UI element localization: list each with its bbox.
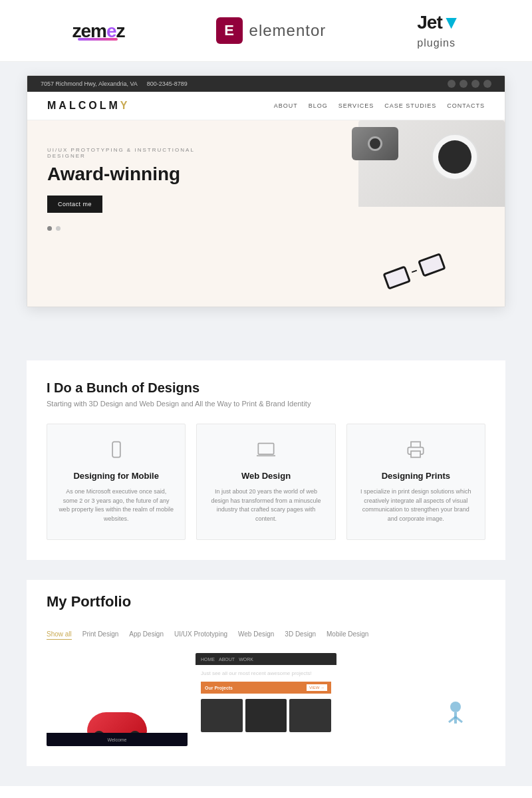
portfolio-inner: My Portfolio Show all Print Design App D…: [27, 580, 505, 766]
mobile-icon: [58, 440, 174, 463]
hero-content: UI/UX PROTOTYPING & INSTRUCTIONAL DESIGN…: [47, 147, 220, 231]
nav-work: WORK: [239, 657, 253, 662]
svg-point-5: [450, 702, 461, 712]
nav-dot-3: [63, 658, 65, 661]
website-preview: 7057 Richmond Hwy, Alexandria, VA 800-23…: [0, 75, 532, 327]
jet-plugins-text: plugins: [417, 37, 460, 49]
filter-mobile-design[interactable]: Mobile Design: [327, 629, 368, 640]
portfolio-grid: Reach for the sky Welcome: [47, 653, 485, 746]
nav-blog[interactable]: BLOG: [309, 102, 328, 109]
nav-links: ABOUT BLOG SERVICES CASE STUDIES CONTACT…: [274, 102, 485, 109]
card-mobile-text: As one Microsoft executive once said, so…: [58, 487, 174, 523]
portfolio-item-3[interactable]: Diving ALL THE BEAUTY IN THE SEA: [344, 653, 485, 746]
portfolio-item-3-content: Diving ALL THE BEAUTY IN THE SEA: [344, 653, 485, 746]
service-cards: Designing for Mobile As one Microsoft ex…: [47, 424, 485, 540]
filter-web-design[interactable]: Web Design: [238, 629, 274, 640]
portfolio-item-2-nav: HOME ABOUT WORK: [196, 653, 336, 665]
thumb-3: [289, 699, 331, 732]
card-print-text: I specialize in print design solutions w…: [358, 487, 474, 523]
elementor-text: elementor: [249, 21, 327, 40]
social-icon-2[interactable]: [460, 80, 467, 88]
card-web: Web Design In just about 20 years the wo…: [196, 424, 335, 540]
zemes-logo: zemez: [72, 21, 125, 42]
elementor-logo-container: E elementor: [216, 17, 327, 44]
our-projects-label: Our Projects: [205, 686, 233, 690]
card-print-title: Designing Prints: [358, 471, 474, 481]
filter-3d-design[interactable]: 3D Design: [285, 629, 316, 640]
social-icon-3[interactable]: [471, 80, 479, 88]
preview-box: 7057 Richmond Hwy, Alexandria, VA 800-23…: [27, 75, 505, 307]
card-mobile: Designing for Mobile As one Microsoft ex…: [47, 424, 186, 540]
coffee-decoration: [432, 134, 485, 187]
portfolio-item-1-title: Reach for the sky: [47, 666, 188, 684]
carousel-dot-1[interactable]: [47, 226, 52, 231]
portfolio-title: My Portfolio: [47, 593, 485, 610]
nav-case-studies[interactable]: CASE STUDIES: [384, 102, 436, 109]
portfolio-item-1-nav: [47, 653, 188, 666]
card-web-text: In just about 20 years the world of web …: [207, 487, 324, 523]
hero-subtitle: UI/UX PROTOTYPING & INSTRUCTIONAL DESIGN…: [47, 147, 220, 159]
phone-text: 800-2345-8789: [147, 80, 188, 87]
hero-section: UI/UX PROTOTYPING & INSTRUCTIONAL DESIGN…: [27, 120, 505, 307]
jet-plugins-logo-container: Jet▼ plugins: [417, 12, 460, 49]
hero-images: [218, 120, 505, 307]
designs-title: I Do a Bunch of Designs: [47, 380, 485, 396]
site-nav: MALCOLMY ABOUT BLOG SERVICES CASE STUDIE…: [27, 92, 505, 120]
nav-about[interactable]: ABOUT: [274, 102, 298, 109]
diving-title: Diving: [394, 690, 435, 705]
portfolio-item-2-tagline: Just see all our most recent awesome pro…: [196, 665, 336, 679]
item2-nav-links: HOME ABOUT WORK: [201, 657, 253, 662]
address-text: 7057 Richmond Hwy, Alexandria, VA: [41, 80, 138, 87]
portfolio-section: My Portfolio Show all Print Design App D…: [0, 580, 532, 786]
portfolio-item-2[interactable]: HOME ABOUT WORK Just see all our most re…: [196, 653, 336, 746]
print-icon: [358, 440, 474, 463]
nav-dot-1: [52, 658, 55, 661]
carousel-dots: [47, 226, 220, 231]
hero-title: Award-winning: [47, 164, 220, 185]
camera-decoration: [352, 127, 398, 160]
designs-subtitle: Starting with 3D Design and Web Design a…: [47, 400, 485, 408]
filter-app-design[interactable]: App Design: [129, 629, 164, 640]
svg-rect-2: [258, 444, 273, 454]
nav-contacts[interactable]: CONTACTS: [447, 102, 485, 109]
project-thumbs: [196, 696, 336, 746]
preview-background: 7057 Richmond Hwy, Alexandria, VA 800-23…: [0, 62, 532, 340]
topbar-social: [448, 80, 491, 88]
diver-shape: [439, 697, 472, 733]
portfolio-item-1-content: Reach for the sky Welcome: [47, 653, 188, 746]
card-web-title: Web Design: [207, 471, 324, 481]
laptop-icon: [207, 440, 324, 463]
thumb-2: [245, 699, 287, 732]
filter-print-design[interactable]: Print Design: [82, 629, 118, 640]
welcome-text: Welcome: [107, 737, 126, 742]
nav-bar: [70, 659, 182, 660]
item1-footer: Welcome: [47, 733, 188, 746]
view-btn[interactable]: VIEW →: [307, 684, 327, 691]
jet-top: Jet▼: [417, 12, 460, 33]
nav-home: HOME: [201, 657, 215, 662]
nav-services[interactable]: SERVICES: [338, 102, 374, 109]
elementor-icon: E: [216, 17, 243, 44]
thumb-1: [201, 699, 243, 732]
portfolio-header: My Portfolio: [47, 580, 485, 629]
filter-ux-prototyping[interactable]: UI/UX Prototyping: [174, 629, 227, 640]
zemes-logo-container: zemez: [72, 21, 125, 41]
filter-tabs: Show all Print Design App Design UI/UX P…: [47, 629, 485, 640]
svg-rect-0: [112, 442, 120, 457]
carousel-dot-2[interactable]: [56, 226, 61, 231]
site-logo: MALCOLMY: [47, 100, 130, 112]
contact-me-button[interactable]: Contact me: [47, 196, 102, 213]
social-icon-4[interactable]: [483, 80, 491, 88]
social-icon-1[interactable]: [448, 80, 456, 88]
designs-inner: I Do a Bunch of Designs Starting with 3D…: [27, 360, 505, 560]
site-topbar: 7057 Richmond Hwy, Alexandria, VA 800-23…: [27, 76, 505, 92]
designs-section: I Do a Bunch of Designs Starting with 3D…: [0, 340, 532, 580]
glasses-decoration: [382, 253, 446, 290]
nav-about: ABOUT: [219, 657, 235, 662]
portfolio-item-2-content: HOME ABOUT WORK Just see all our most re…: [196, 653, 336, 746]
branding-bar: zemez E elementor Jet▼ plugins: [0, 0, 532, 62]
card-print: Designing Prints I specialize in print d…: [346, 424, 485, 540]
topbar-left: 7057 Richmond Hwy, Alexandria, VA 800-23…: [41, 80, 188, 87]
filter-show-all[interactable]: Show all: [47, 629, 72, 640]
portfolio-item-1[interactable]: Reach for the sky Welcome: [47, 653, 188, 746]
